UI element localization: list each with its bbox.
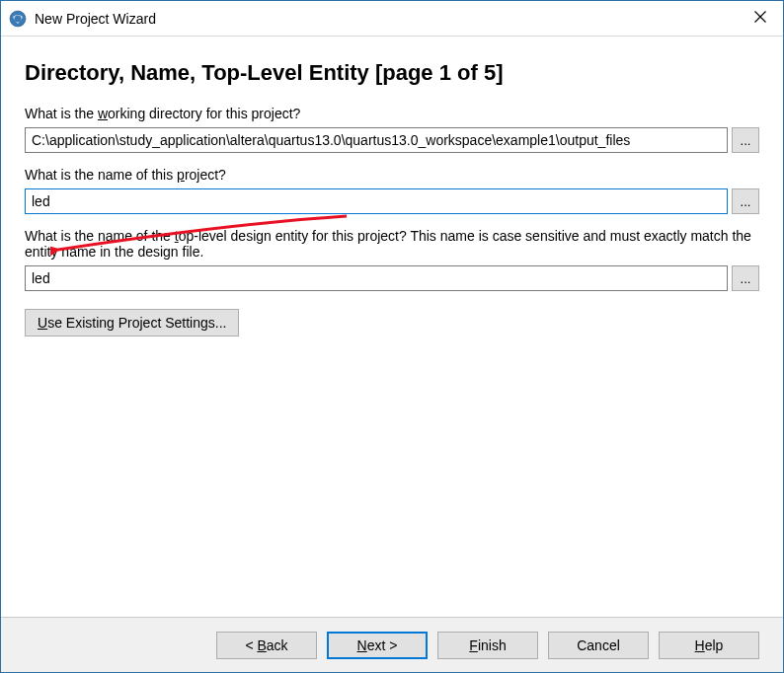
- window-title: New Project Wizard: [35, 11, 738, 27]
- page-title: Directory, Name, Top-Level Entity [page …: [25, 60, 759, 86]
- project-name-label: What is the name of this project?: [25, 167, 759, 183]
- content-area: Directory, Name, Top-Level Entity [page …: [1, 37, 783, 617]
- project-name-input[interactable]: [25, 188, 728, 214]
- help-button[interactable]: Help: [659, 632, 759, 659]
- top-level-entity-field: What is the name of the top-level design…: [25, 228, 759, 291]
- working-directory-field: What is the working directory for this p…: [25, 106, 759, 153]
- top-level-entity-input[interactable]: [25, 265, 728, 291]
- next-button[interactable]: Next >: [327, 632, 428, 659]
- top-level-entity-browse-button[interactable]: ...: [732, 265, 759, 291]
- close-icon: [754, 11, 766, 26]
- titlebar: New Project Wizard: [1, 1, 783, 37]
- working-directory-label: What is the working directory for this p…: [25, 106, 759, 121]
- working-directory-browse-button[interactable]: ...: [732, 127, 759, 153]
- svg-point-1: [15, 15, 22, 22]
- project-name-field: What is the name of this project? ...: [25, 167, 759, 214]
- working-directory-input[interactable]: [25, 127, 728, 153]
- finish-button[interactable]: Finish: [437, 632, 538, 659]
- use-existing-settings-button[interactable]: Use Existing Project Settings...: [25, 309, 239, 336]
- wizard-window: New Project Wizard Directory, Name, Top-…: [0, 0, 784, 673]
- app-icon: [9, 10, 27, 28]
- back-button[interactable]: < Back: [216, 632, 317, 659]
- close-button[interactable]: [738, 4, 783, 34]
- footer-button-bar: < Back Next > Finish Cancel Help: [1, 617, 783, 672]
- project-name-browse-button[interactable]: ...: [732, 188, 759, 214]
- cancel-button[interactable]: Cancel: [548, 632, 649, 659]
- top-level-entity-label: What is the name of the top-level design…: [25, 228, 759, 260]
